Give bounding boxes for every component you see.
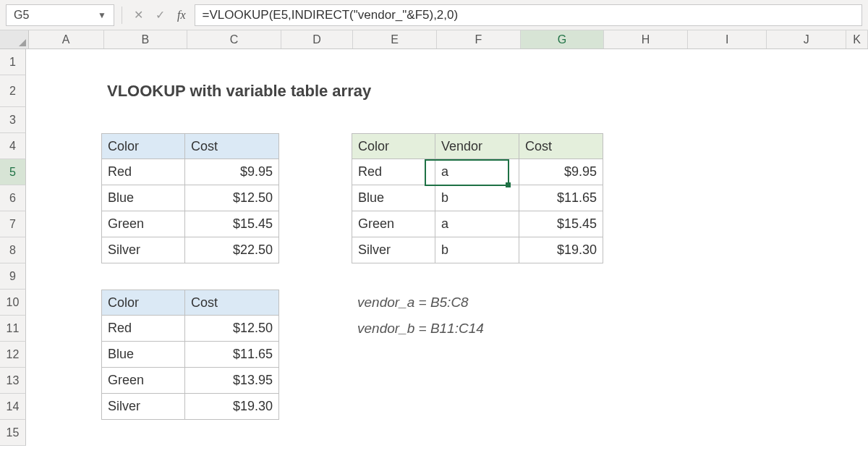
fx-icon[interactable]: fx (173, 9, 190, 22)
cell[interactable]: Red (352, 159, 435, 185)
row-header-11[interactable]: 11 (0, 316, 26, 342)
row-header-13[interactable]: 13 (0, 368, 26, 394)
formula-text: =VLOOKUP(E5,INDIRECT("vendor_"&F5),2,0) (203, 8, 459, 22)
table-a-header-cost[interactable]: Cost (185, 133, 279, 159)
cell[interactable]: Green (101, 211, 185, 237)
separator (122, 7, 122, 24)
name-box[interactable]: G5 ▼ (6, 4, 114, 26)
cell[interactable]: Red (101, 159, 185, 185)
cell[interactable]: $19.30 (185, 394, 279, 420)
row-header-4[interactable]: 4 (0, 133, 26, 159)
cell[interactable]: Red (101, 316, 185, 342)
cell[interactable]: a (435, 159, 519, 185)
cell[interactable]: a (435, 211, 519, 237)
cell-G5[interactable]: $9.95 (519, 159, 603, 185)
table-a-header-color[interactable]: Color (101, 133, 185, 159)
row-header-2[interactable]: 2 (0, 75, 26, 107)
row-header-8[interactable]: 8 (0, 237, 26, 263)
excel-app: G5 ▼ ✕ ✓ fx =VLOOKUP(E5,INDIRECT("vendor… (0, 0, 868, 456)
row-header-3[interactable]: 3 (0, 107, 26, 133)
formula-input[interactable]: =VLOOKUP(E5,INDIRECT("vendor_"&F5),2,0) (195, 4, 862, 26)
cell[interactable]: $13.95 (185, 368, 279, 394)
cell[interactable]: $11.65 (519, 185, 603, 211)
row-header-14[interactable]: 14 (0, 394, 26, 420)
cell[interactable]: Green (101, 368, 185, 394)
table-r-header-cost[interactable]: Cost (519, 133, 603, 159)
row-header-12[interactable]: 12 (0, 342, 26, 368)
column-headers: A B C D E F G H I J K (0, 30, 868, 49)
cell[interactable]: b (435, 237, 519, 263)
row-header-9[interactable]: 9 (0, 263, 26, 290)
row-header-15[interactable]: 15 (0, 420, 26, 446)
note-line-1: vendor_a = B5:C8 (352, 290, 435, 316)
cell[interactable]: $11.65 (185, 342, 279, 368)
cell[interactable]: Blue (101, 185, 185, 211)
row-header-6[interactable]: 6 (0, 185, 26, 211)
cell[interactable]: $12.50 (185, 316, 279, 342)
cell[interactable]: Silver (101, 237, 185, 263)
col-header-J[interactable]: J (767, 30, 846, 48)
col-header-E[interactable]: E (353, 30, 437, 48)
select-all-corner[interactable] (0, 30, 29, 48)
cell[interactable]: Silver (101, 394, 185, 420)
dropdown-icon[interactable]: ▼ (98, 10, 106, 20)
cell[interactable]: $22.50 (185, 237, 279, 263)
col-header-I[interactable]: I (688, 30, 767, 48)
enter-icon: ✓ (151, 7, 169, 24)
table-r-header-vendor[interactable]: Vendor (435, 133, 519, 159)
col-header-H[interactable]: H (604, 30, 688, 48)
cell[interactable]: b (435, 185, 519, 211)
table-r-header-color[interactable]: Color (352, 133, 435, 159)
col-header-K[interactable]: K (846, 30, 868, 48)
formula-bar: G5 ▼ ✕ ✓ fx =VLOOKUP(E5,INDIRECT("vendor… (0, 0, 868, 30)
cell[interactable]: $9.95 (185, 159, 279, 185)
table-b-header-color[interactable]: Color (101, 290, 185, 316)
col-header-F[interactable]: F (437, 30, 521, 48)
row-header-7[interactable]: 7 (0, 211, 26, 237)
col-header-G[interactable]: G (521, 30, 605, 48)
table-b-header-cost[interactable]: Cost (185, 290, 279, 316)
cell[interactable]: $12.50 (185, 185, 279, 211)
row-headers: 1 2 3 4 5 6 7 8 9 10 11 12 13 14 15 (0, 49, 26, 446)
cell[interactable]: Blue (352, 185, 435, 211)
cell[interactable]: Green (352, 211, 435, 237)
cell[interactable]: $19.30 (519, 237, 603, 263)
col-header-D[interactable]: D (281, 30, 354, 48)
row-header-10[interactable]: 10 (0, 290, 26, 316)
name-box-value: G5 (14, 9, 29, 22)
cell[interactable]: Blue (101, 342, 185, 368)
note-line-2: vendor_b = B11:C14 (352, 316, 435, 342)
cell[interactable]: $15.45 (519, 211, 603, 237)
row-header-5[interactable]: 5 (0, 159, 26, 185)
page-title: VLOOKUP with variable table array (101, 75, 185, 107)
cells-area[interactable]: VLOOKUP with variable table array Color … (26, 49, 868, 446)
cell[interactable]: Silver (352, 237, 435, 263)
cancel-icon: ✕ (129, 7, 147, 24)
col-header-A[interactable]: A (29, 30, 104, 48)
col-header-C[interactable]: C (187, 30, 281, 48)
grid-body: 1 2 3 4 5 6 7 8 9 10 11 12 13 14 15 VLOO… (0, 49, 868, 446)
cell[interactable]: $15.45 (185, 211, 279, 237)
col-header-B[interactable]: B (104, 30, 188, 48)
row-header-1[interactable]: 1 (0, 49, 26, 75)
